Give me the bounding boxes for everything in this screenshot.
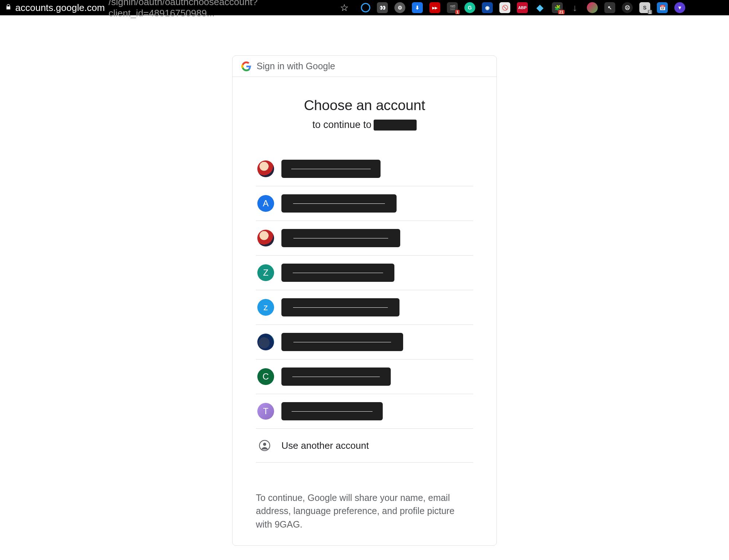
url-host: accounts.google.com	[15, 2, 105, 13]
ext-icon-screenshot[interactable]: ◉	[482, 2, 493, 13]
ext-icon-diamond[interactable]: ◆	[534, 2, 545, 13]
continue-to-subline: to continue to	[256, 119, 473, 131]
lock-icon	[5, 4, 12, 12]
use-another-account[interactable]: Use another account	[256, 429, 473, 463]
ext-icon-gear[interactable]: ⚙	[394, 2, 405, 13]
ext-icon-download[interactable]: ⬇	[412, 2, 423, 13]
avatar: A	[257, 195, 274, 212]
extension-icons: 👀 ⚙ ⬇ ▸▸ 🎬1 G ◉ 🚫 ABP ◆ 🧩21 ↓ ↖ ☹ S1 📅 ▼	[361, 2, 685, 13]
ext-icon-compass[interactable]	[587, 2, 598, 13]
ext-icon-owl[interactable]: 👀	[377, 2, 388, 13]
continue-to-prefix: to continue to	[312, 119, 371, 131]
url-path: /signin/oauth/oauthchooseaccount?client_…	[109, 0, 331, 19]
avatar: Z	[257, 264, 274, 281]
person-circle-icon	[258, 439, 271, 452]
account-info-redacted	[281, 264, 394, 282]
ext-icon-arrow-down[interactable]: ↓	[569, 2, 580, 13]
svg-point-1	[263, 443, 266, 446]
address-bar[interactable]: accounts.google.com/signin/oauth/oauthch…	[3, 1, 353, 14]
avatar	[257, 160, 274, 177]
account-row[interactable]	[256, 156, 473, 186]
avatar: T	[257, 403, 274, 420]
ext-icon-video-badge[interactable]: 🎬1	[447, 2, 458, 13]
account-info-redacted	[281, 368, 391, 386]
account-info-redacted	[281, 160, 381, 178]
ext-icon-youtube[interactable]: ▸▸	[429, 2, 440, 13]
account-info-redacted	[281, 402, 383, 420]
avatar	[257, 334, 274, 350]
ext-icon-cursor[interactable]: ↖	[604, 2, 615, 13]
app-name-redacted	[374, 120, 417, 131]
avatar	[257, 230, 274, 246]
avatar: C	[257, 368, 274, 385]
ext-icon-circle-blue[interactable]	[361, 3, 370, 12]
choose-account-headline: Choose an account	[256, 97, 473, 113]
use-another-account-label: Use another account	[281, 440, 369, 451]
page-content: Sign in with Google Choose an account to…	[0, 15, 729, 560]
account-row[interactable]: Z	[256, 256, 473, 290]
signin-card: Sign in with Google Choose an account to…	[232, 55, 497, 546]
account-row[interactable]	[256, 325, 473, 359]
ext-icon-noscript[interactable]: 🚫	[499, 2, 510, 13]
ext-icon-s[interactable]: S1	[639, 2, 650, 13]
account-row[interactable]: A	[256, 186, 473, 221]
ext-icon-face[interactable]: ☹	[622, 2, 633, 13]
account-row[interactable]	[256, 221, 473, 256]
account-row[interactable]: C	[256, 359, 473, 394]
account-info-redacted	[281, 298, 399, 316]
ext-icon-abp[interactable]: ABP	[517, 2, 528, 13]
google-logo-icon	[241, 61, 252, 71]
account-row[interactable]: z	[256, 290, 473, 325]
avatar: z	[257, 299, 274, 316]
card-header: Sign in with Google	[233, 56, 496, 77]
ext-icon-puzzle[interactable]: 🧩21	[552, 2, 563, 13]
browser-chrome: accounts.google.com/signin/oauth/oauthch…	[0, 0, 729, 15]
account-row[interactable]: T	[256, 394, 473, 429]
account-info-redacted	[281, 194, 397, 213]
ext-icon-grammarly[interactable]: G	[464, 2, 475, 13]
card-body: Choose an account to continue to AZzCT U…	[233, 77, 496, 545]
account-info-redacted	[281, 229, 400, 247]
disclosure-text: To continue, Google will share your name…	[256, 491, 473, 531]
account-list: AZzCT	[256, 156, 473, 429]
signin-with-google-label: Sign in with Google	[257, 61, 335, 71]
account-info-redacted	[281, 333, 403, 351]
ext-icon-calendar[interactable]: 📅	[657, 2, 668, 13]
bookmark-star-icon[interactable]: ☆	[340, 2, 348, 13]
ext-icon-funnel[interactable]: ▼	[674, 2, 685, 13]
